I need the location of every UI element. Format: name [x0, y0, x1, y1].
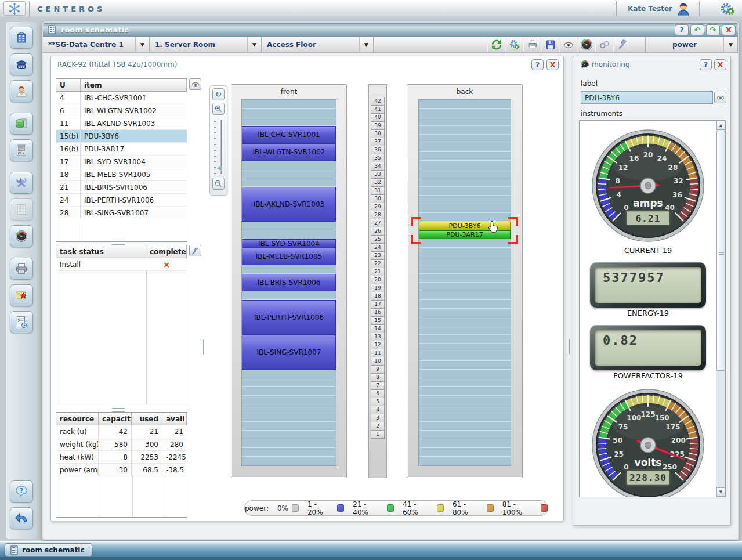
zoom-in-button[interactable]: [212, 103, 225, 115]
sidebar-button-building[interactable]: [10, 27, 33, 49]
gauge-icon: [15, 229, 28, 243]
room-schematic-window: room schematic ?↶↷X **SG-Data Centre 1 ▼…: [42, 21, 739, 540]
redo-button[interactable]: ↷: [706, 24, 720, 35]
server-block[interactable]: IBL-SYD-SVR1004: [242, 239, 336, 248]
sidebar-button-gauge[interactable]: [10, 225, 33, 247]
table-row[interactable]: Install×: [56, 258, 187, 271]
app-title: CENTEROS: [37, 5, 105, 13]
overlay-mode-value: power: [646, 37, 723, 52]
sidebar: ?: [5, 21, 38, 539]
toolbar-eye-button[interactable]: [559, 37, 577, 52]
room-dropdown[interactable]: 1. Server Room ▼: [150, 37, 262, 52]
table-row[interactable]: 4IBL-CHC-SVR1001: [56, 92, 187, 104]
sidebar-button-person[interactable]: [10, 80, 33, 102]
toolbar-gauge-button[interactable]: [577, 37, 595, 52]
table-row[interactable]: 21IBL-BRIS-SVR1006: [56, 181, 187, 194]
vertical-splitter[interactable]: [200, 339, 204, 355]
resource-table-cell: 21: [132, 425, 162, 438]
settings-gear-icon[interactable]: [720, 1, 736, 16]
server-block[interactable]: IBL-MELB-SVR1005: [242, 248, 336, 265]
table-row[interactable]: 24IBL-PERTH-SVR1006: [56, 194, 187, 207]
rack-window: RACK-92 (Rittal TS8 42u/1000mm) ? X Uite…: [50, 56, 564, 521]
instruments-scrollbar[interactable]: ▲ ▼: [716, 121, 725, 497]
vertical-splitter[interactable]: [566, 339, 570, 354]
u-scale-cell: 24: [371, 243, 385, 252]
horizontal-splitter[interactable]: [112, 241, 125, 245]
slider-handle[interactable]: ◀: [216, 164, 221, 172]
chevron-down-icon[interactable]: ▼: [135, 37, 149, 52]
table-row[interactable]: 18IBL-MELB-SVR1005: [56, 168, 187, 181]
taskbar-room-schematic-button[interactable]: room schematic: [5, 543, 92, 557]
undo-button[interactable]: ↶: [690, 24, 704, 35]
svg-text:36: 36: [672, 191, 682, 199]
resource-table-cell: 21: [162, 425, 187, 438]
rack-close-button[interactable]: X: [546, 59, 559, 70]
server-block[interactable]: IBL-CHC-SVR1001: [242, 126, 336, 143]
horizontal-splitter[interactable]: [112, 408, 125, 412]
sidebar-button-server[interactable]: [10, 139, 33, 161]
sidebar-button-printer[interactable]: [10, 258, 33, 280]
table-row[interactable]: 28IBL-SING-SVR1007: [56, 207, 187, 219]
window-titlebar[interactable]: room schematic ?↶↷X: [43, 23, 738, 37]
toolbar-wrench-button[interactable]: [613, 37, 631, 52]
item-table-eye-button[interactable]: [189, 78, 201, 90]
sidebar-button-alert[interactable]: [10, 284, 33, 306]
user-avatar-icon[interactable]: [676, 1, 692, 16]
reset-view-button[interactable]: ↻: [212, 88, 225, 100]
server-block[interactable]: IBL-SING-SVR1007: [242, 335, 336, 370]
toolbar-gears-button[interactable]: [505, 37, 523, 52]
sidebar-button-tasks[interactable]: [10, 311, 33, 333]
sidebar-button-tools[interactable]: [10, 172, 33, 194]
table-row[interactable]: rack (u)422121: [56, 425, 187, 438]
chevron-down-icon[interactable]: ▼: [247, 37, 261, 52]
sidebar-button-help[interactable]: ?: [10, 480, 33, 503]
item-table: Uitem4IBL-CHC-SVR10016IBL-WLGTN-SVR10021…: [56, 78, 187, 242]
overlay-mode-dropdown[interactable]: power ▼: [645, 37, 738, 52]
zoom-slider[interactable]: ◀: [210, 118, 227, 176]
site-dropdown[interactable]: **SG-Data Centre 1 ▼: [43, 37, 150, 52]
scroll-down-button[interactable]: ▼: [716, 487, 725, 497]
table-row[interactable]: 11IBL-AKLND-SVR1003: [56, 117, 187, 130]
toolbar-print-button[interactable]: [523, 37, 541, 52]
table-row[interactable]: 17IBL-SYD-SVR1004: [56, 156, 187, 168]
app-logo-button[interactable]: [3, 1, 26, 16]
server-block[interactable]: IBL-BRIS-SVR1006: [242, 274, 336, 291]
monitoring-help-button[interactable]: ?: [700, 59, 712, 70]
label-input[interactable]: PDU-3BY6: [581, 91, 713, 104]
table-row[interactable]: 16(b)PDU-3AR17: [56, 143, 187, 156]
table-row[interactable]: heat (kW)82253-2245: [56, 451, 187, 464]
u-scale-cell: 32: [371, 178, 385, 187]
legend-swatch: [292, 504, 299, 512]
table-row[interactable]: weight (kg)580300280: [56, 438, 187, 451]
server-block[interactable]: IBL-WLGTN-SVR1002: [242, 143, 336, 161]
chevron-down-icon[interactable]: ▼: [359, 37, 373, 52]
task-table-wrench-button[interactable]: [189, 245, 201, 256]
toolbar-links-button[interactable]: [595, 37, 613, 52]
help-button[interactable]: ?: [675, 24, 689, 35]
u-scale-cell: 29: [371, 203, 385, 211]
sidebar-button-database[interactable]: [10, 113, 33, 135]
item-table-cell: IBL-PERTH-SVR1006: [81, 194, 187, 206]
server-block[interactable]: IBL-PERTH-SVR1006: [242, 300, 336, 335]
table-row[interactable]: power (amp3068.5-38.5: [56, 464, 187, 476]
label-eye-button[interactable]: [714, 92, 726, 103]
zoom-out-button[interactable]: [212, 178, 225, 190]
sidebar-button-phone[interactable]: [10, 53, 33, 75]
hand-cursor-icon: [487, 220, 500, 234]
table-row[interactable]: 15(b)PDU-3BY6: [56, 130, 187, 143]
sidebar-button-back[interactable]: [10, 507, 33, 529]
instrument-label: CURRENT-19: [580, 246, 716, 255]
close-button[interactable]: X: [722, 24, 736, 35]
toolbar-save-button[interactable]: [541, 37, 559, 52]
server-block[interactable]: IBL-AKLND-SVR1003: [242, 187, 336, 222]
legend-item-label: 81 - 100%: [502, 500, 538, 516]
toolbar-refresh-button[interactable]: [487, 37, 505, 52]
scroll-thumb[interactable]: [716, 131, 725, 371]
u-scale-cell: 7: [371, 381, 385, 390]
floor-dropdown[interactable]: Access Floor ▼: [262, 37, 374, 52]
monitoring-close-button[interactable]: X: [714, 59, 726, 70]
scroll-up-button[interactable]: ▲: [716, 121, 725, 130]
chevron-down-icon[interactable]: ▼: [723, 37, 737, 52]
table-row[interactable]: 6IBL-WLGTN-SVR1002: [56, 104, 187, 117]
rack-help-button[interactable]: ?: [531, 59, 544, 70]
